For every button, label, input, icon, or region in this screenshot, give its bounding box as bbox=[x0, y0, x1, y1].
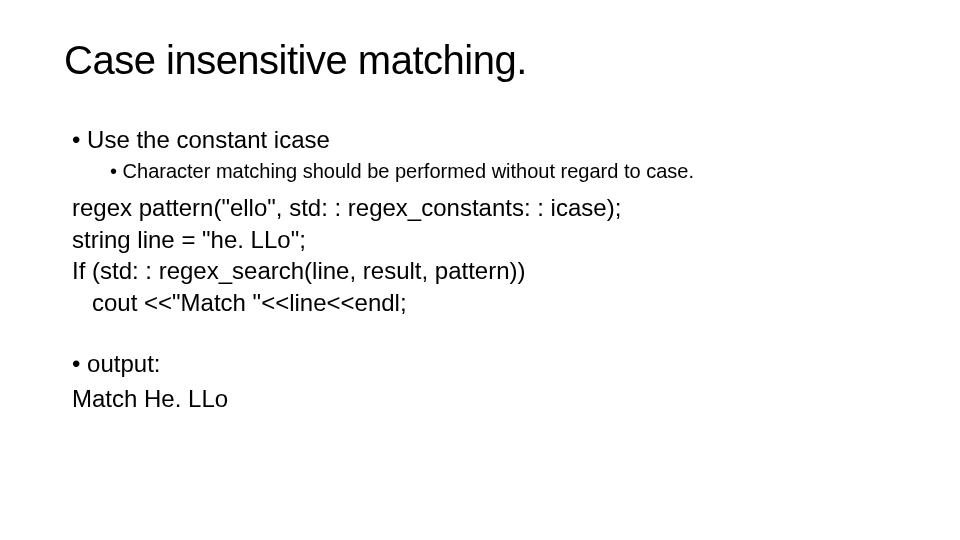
bullet-level2: Character matching should be performed w… bbox=[110, 159, 896, 184]
code-line: If (std: : regex_search(line, result, pa… bbox=[72, 255, 896, 287]
slide-title: Case insensitive matching. bbox=[64, 38, 896, 83]
output-label: output: bbox=[72, 349, 896, 379]
code-line: cout <<"Match "<<line<<endl; bbox=[92, 287, 896, 319]
code-line: string line = "he. LLo"; bbox=[72, 224, 896, 256]
bullet-level1: Use the constant icase bbox=[72, 125, 896, 155]
output-line: Match He. LLo bbox=[72, 383, 896, 415]
code-line: regex pattern("ello", std: : regex_const… bbox=[72, 192, 896, 224]
